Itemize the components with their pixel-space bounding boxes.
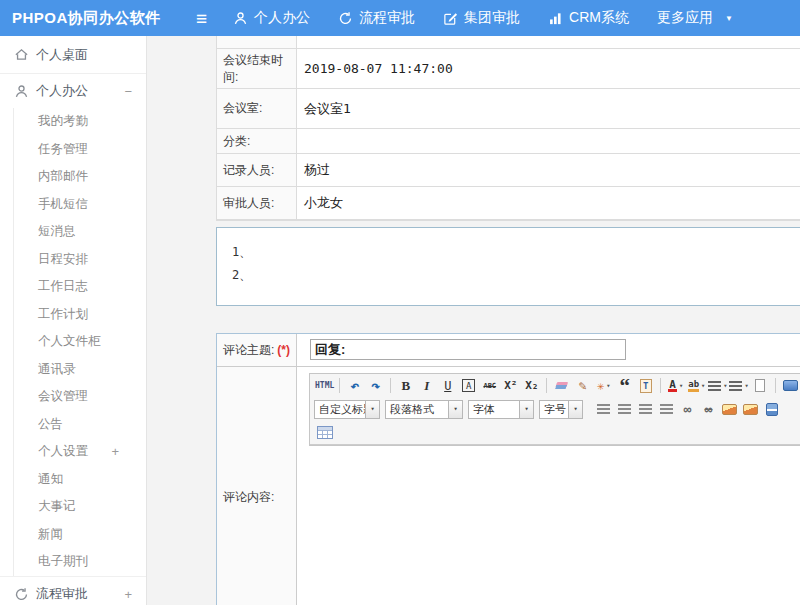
sidebar-item-label: 我的考勤 bbox=[38, 113, 88, 130]
sidebar-item-work-plan[interactable]: 工作计划 bbox=[14, 301, 146, 329]
insert-link-button[interactable]: ∞ bbox=[678, 400, 697, 419]
person-icon bbox=[233, 11, 248, 26]
subscript-icon: X₂ bbox=[525, 379, 538, 392]
eraser-button[interactable] bbox=[552, 376, 571, 395]
sidebar-group-personal-office[interactable]: 个人办公 − bbox=[0, 74, 146, 108]
sidebar-item-schedule[interactable]: 日程安排 bbox=[14, 246, 146, 274]
underline-button[interactable]: U bbox=[438, 376, 457, 395]
chevron-down-icon: ▾ bbox=[519, 401, 533, 418]
sidebar-item-personal-desktop[interactable]: 个人桌面 bbox=[0, 36, 146, 74]
source-html-button[interactable]: HTML bbox=[315, 376, 334, 395]
nav-item-crm-system[interactable]: CRM系统 bbox=[548, 9, 629, 27]
comment-subject-row: 评论主题: (*) bbox=[217, 334, 800, 367]
insert-image-button[interactable] bbox=[720, 400, 739, 419]
format-brush-button[interactable]: ✎ bbox=[573, 376, 592, 395]
nav-label: 集团审批 bbox=[464, 9, 520, 27]
sidebar-item-e-journal[interactable]: 电子期刊 bbox=[14, 548, 146, 576]
new-document-button[interactable] bbox=[751, 376, 770, 395]
app-brand: PHPOA协同办公软件 bbox=[0, 9, 196, 28]
ordered-list-button[interactable]: ▾ bbox=[708, 376, 727, 395]
superscript-button[interactable]: X² bbox=[501, 376, 520, 395]
sidebar-item-my-attendance[interactable]: 我的考勤 bbox=[14, 108, 146, 136]
sidebar-item-label: 内部邮件 bbox=[38, 168, 88, 185]
sidebar-item-news[interactable]: 新闻 bbox=[14, 521, 146, 549]
caret-down-icon: ▼ bbox=[725, 14, 733, 23]
heading-select[interactable]: 自定义标题▾ bbox=[314, 400, 380, 419]
sidebar-item-meeting-management[interactable]: 会议管理 bbox=[14, 383, 146, 411]
justify-icon bbox=[660, 404, 673, 414]
row-value: 2019-08-07 11:47:00 bbox=[297, 49, 800, 88]
sidebar-item-label: 电子期刊 bbox=[38, 553, 88, 570]
row-label: 分类: bbox=[217, 129, 297, 153]
align-right-button[interactable] bbox=[636, 400, 655, 419]
insert-media-button[interactable] bbox=[762, 400, 781, 419]
auto-format-button[interactable]: ✳▾ bbox=[594, 376, 613, 395]
sidebar-item-label: 任务管理 bbox=[38, 141, 88, 158]
sidebar-group-workflow-approval[interactable]: 流程审批 + bbox=[0, 576, 146, 605]
sidebar-item-short-message[interactable]: 短消息 bbox=[14, 218, 146, 246]
redo-button[interactable]: ↷ bbox=[366, 376, 385, 395]
select-label: 自定义标题 bbox=[315, 402, 365, 417]
sidebar-item-personal-file-cabinet[interactable]: 个人文件柜 bbox=[14, 328, 146, 356]
font-size-select[interactable]: 字号▾ bbox=[539, 400, 583, 419]
expand-icon[interactable]: + bbox=[124, 587, 132, 602]
nav-item-more-apps[interactable]: 更多应用▼ bbox=[657, 9, 733, 27]
justify-button[interactable] bbox=[657, 400, 676, 419]
underline-icon: U bbox=[444, 379, 451, 393]
toolbar-separator bbox=[775, 378, 776, 393]
net-image-button[interactable] bbox=[741, 400, 760, 419]
chevron-down-icon: ▾ bbox=[701, 382, 705, 390]
table-row: 会议结束时间:2019-08-07 11:47:00 bbox=[217, 49, 800, 89]
unordered-list-button[interactable]: ▾ bbox=[729, 376, 748, 395]
nav-item-group-approval[interactable]: 集团审批 bbox=[443, 9, 520, 27]
sidebar-item-memorabilia[interactable]: 大事记 bbox=[14, 493, 146, 521]
fullscreen-button[interactable] bbox=[781, 376, 800, 395]
remove-link-button[interactable]: ∞ bbox=[699, 400, 718, 419]
meeting-content-box[interactable]: 1、2、 bbox=[216, 227, 800, 306]
insert-link-icon: ∞ bbox=[684, 402, 692, 417]
sidebar-item-announcement[interactable]: 公告 bbox=[14, 411, 146, 439]
auto-format-icon: ✳ bbox=[597, 379, 604, 393]
font-family-select[interactable]: 字体▾ bbox=[468, 400, 534, 419]
comment-subject-input[interactable] bbox=[310, 339, 626, 360]
strikethrough-button[interactable]: ABC bbox=[480, 376, 499, 395]
history-icon bbox=[338, 11, 353, 26]
row-value bbox=[297, 36, 800, 48]
insert-table-button[interactable] bbox=[315, 423, 334, 442]
undo-button[interactable]: ↶ bbox=[345, 376, 364, 395]
row-label: 审批人员: bbox=[217, 187, 297, 219]
sidebar-item-mobile-sms[interactable]: 手机短信 bbox=[14, 191, 146, 219]
font-color-button[interactable]: A▾ bbox=[666, 376, 685, 395]
menu-toggle-icon[interactable]: ≡ bbox=[196, 9, 207, 28]
nav-item-personal-office[interactable]: 个人办公 bbox=[233, 9, 310, 27]
content-line: 2、 bbox=[232, 264, 800, 287]
italic-button[interactable]: I bbox=[417, 376, 436, 395]
editor-toolbar-row2: 自定义标题▾段落格式▾字体▾字号▾∞∞ bbox=[310, 397, 800, 421]
sidebar-item-task-management[interactable]: 任务管理 bbox=[14, 136, 146, 164]
expand-icon[interactable]: + bbox=[111, 444, 119, 459]
home-icon bbox=[14, 47, 29, 62]
sidebar-item-work-log[interactable]: 工作日志 bbox=[14, 273, 146, 301]
editor-content-area[interactable] bbox=[310, 444, 800, 445]
paste-plain-button[interactable]: T bbox=[636, 376, 655, 395]
collapse-icon[interactable]: − bbox=[124, 84, 132, 99]
sidebar-item-contacts[interactable]: 通讯录 bbox=[14, 356, 146, 384]
bold-button[interactable]: B bbox=[396, 376, 415, 395]
chevron-down-icon: ▾ bbox=[679, 382, 683, 390]
sidebar-item-personal-settings[interactable]: 个人设置+ bbox=[14, 438, 146, 466]
insert-image-icon bbox=[722, 404, 737, 415]
blockquote-button[interactable]: “ bbox=[615, 376, 634, 395]
align-center-button[interactable] bbox=[615, 400, 634, 419]
highlight-color-button[interactable]: ab▾ bbox=[687, 376, 706, 395]
align-left-button[interactable] bbox=[594, 400, 613, 419]
font-color-icon: A bbox=[668, 379, 677, 392]
subscript-button[interactable]: X₂ bbox=[522, 376, 541, 395]
editor-toolbar-row1: HTML↶↷BIUAABCX²X₂✎✳▾“TA▾ab▾▾▾ bbox=[310, 374, 800, 397]
net-image-icon bbox=[743, 404, 758, 415]
font-style-box-button[interactable]: A bbox=[459, 376, 478, 395]
nav-item-workflow-approval[interactable]: 流程审批 bbox=[338, 9, 415, 27]
bold-icon: B bbox=[401, 378, 410, 394]
sidebar-item-notification[interactable]: 通知 bbox=[14, 466, 146, 494]
sidebar-item-internal-mail[interactable]: 内部邮件 bbox=[14, 163, 146, 191]
paragraph-format-select[interactable]: 段落格式▾ bbox=[385, 400, 463, 419]
